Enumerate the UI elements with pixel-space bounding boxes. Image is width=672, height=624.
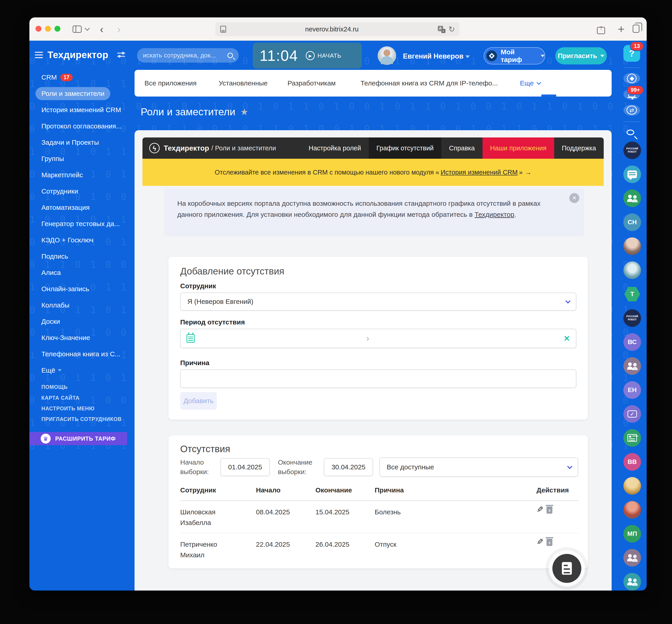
calendar-icon[interactable] xyxy=(186,334,195,343)
chat-avatar-russian-robot[interactable]: РУССКИЙ РОБОТ xyxy=(623,141,641,159)
forward-button[interactable]: › xyxy=(117,23,121,35)
chat-avatar-initials[interactable]: ВВ xyxy=(623,453,641,471)
filter-end-input[interactable]: 30.04.2025 xyxy=(324,458,373,476)
search-icon[interactable] xyxy=(626,130,634,135)
copilot-icon[interactable] xyxy=(623,73,640,84)
chat-avatar-group[interactable] xyxy=(623,189,641,207)
chat-avatar-photo[interactable] xyxy=(623,501,641,519)
reload-icon[interactable]: ↻ xyxy=(448,25,455,34)
clear-icon[interactable]: ✕ xyxy=(564,334,570,343)
crm-history-link[interactable]: История изменений CRM xyxy=(441,168,518,176)
tab-installed[interactable]: Установленные xyxy=(218,79,267,87)
edit-icon[interactable]: ✎ xyxy=(537,538,543,546)
portal-title[interactable]: Техдиректор xyxy=(48,50,108,60)
sidebar-item-crm[interactable]: CRM17 xyxy=(35,71,78,84)
filter-type-select[interactable]: Все доступные xyxy=(380,458,578,477)
app-nav-support[interactable]: Поддержка xyxy=(554,137,604,159)
tab-developers[interactable]: Разработчикам xyxy=(287,79,336,87)
feedback-fab-button[interactable] xyxy=(552,554,581,583)
period-range-input[interactable]: › ✕ xyxy=(180,329,576,348)
close-window-button[interactable] xyxy=(35,26,42,32)
sidebar-link-sitemap[interactable]: КАРТА САЙТА xyxy=(42,395,79,401)
app-nav-our-apps[interactable]: Наши приложения xyxy=(483,137,554,159)
sidebar-item-crm-history[interactable]: История изменений CRM xyxy=(35,103,127,116)
upgrade-plan-button[interactable]: ♛ РАСШИРИТЬ ТАРИФ xyxy=(29,432,127,445)
search-icon[interactable] xyxy=(228,53,233,58)
tab-all-apps[interactable]: Все приложения xyxy=(145,79,197,87)
sidebar-link-help[interactable]: ПОМОЩЬ xyxy=(42,384,68,390)
play-icon[interactable]: ▶ xyxy=(306,51,315,60)
sidebar-item-key-value[interactable]: Ключ-Значение xyxy=(35,331,96,344)
sidebar-item-more[interactable]: Ещё xyxy=(35,364,68,377)
minimize-window-button[interactable] xyxy=(45,26,51,32)
sidebar-item-marketplace[interactable]: Маркетплейс xyxy=(35,168,89,182)
user-avatar[interactable] xyxy=(378,46,396,65)
search-input[interactable]: искать сотрудника, док... xyxy=(137,48,239,62)
my-plan-button[interactable]: Мой тариф xyxy=(484,47,545,64)
sidebar-link-configure-menu[interactable]: НАСТРОИТЬ МЕНЮ xyxy=(42,406,95,412)
add-button[interactable]: Добавить xyxy=(180,392,217,410)
reader-view-icon[interactable] xyxy=(220,26,226,32)
sidebar-link-invite-employees[interactable]: ПРИГЛАСИТЬ СОТРУДНИКОВ xyxy=(42,416,122,422)
chat-avatar-tasks[interactable]: ✓ xyxy=(623,405,641,423)
menu-settings-icon[interactable] xyxy=(117,53,125,58)
sidebar-item-kedo[interactable]: КЭДО + Госключ xyxy=(35,234,99,246)
reason-input[interactable] xyxy=(180,369,576,388)
chat-avatar-group[interactable] xyxy=(623,357,641,375)
share-icon[interactable]: ↑ xyxy=(597,24,605,34)
sidebar-item-groups[interactable]: Группы xyxy=(35,152,70,165)
tab-more[interactable]: Еще xyxy=(520,79,540,87)
start-workday-label[interactable]: НАЧАТЬ xyxy=(317,52,341,59)
employee-select[interactable]: Я (Неверов Евгений) xyxy=(180,292,576,311)
sidebar-item-automation[interactable]: Автоматизация xyxy=(35,201,96,214)
browser-sidebar-icon[interactable] xyxy=(73,26,82,33)
back-button[interactable]: ‹ xyxy=(100,23,103,35)
user-name[interactable]: Евгений Неверов xyxy=(403,52,464,60)
invite-button[interactable]: Пригласить xyxy=(555,47,607,64)
translate-icon[interactable] xyxy=(438,26,445,32)
chat-avatar-hexagon[interactable]: Т xyxy=(623,285,641,303)
delete-icon[interactable] xyxy=(546,539,552,546)
menu-icon[interactable] xyxy=(35,52,43,58)
filter-start-input[interactable]: 01.04.2025 xyxy=(221,458,270,476)
sidebar-item-test-data-generator[interactable]: Генератор тестовых да... xyxy=(35,217,126,230)
chat-avatar-initials[interactable]: ЕН xyxy=(623,381,641,399)
chat-avatar-initials[interactable]: ВС xyxy=(623,333,641,351)
chat-avatar-initials[interactable]: СН xyxy=(623,213,641,231)
techdirector-link[interactable]: Техдиректор xyxy=(474,211,514,218)
edit-icon[interactable]: ✎ xyxy=(537,505,543,514)
sidebar-item-roles[interactable]: Роли и заместители xyxy=(35,87,110,100)
chat-avatar-photo[interactable] xyxy=(623,261,641,279)
chat-avatar-group[interactable] xyxy=(623,573,641,591)
user-menu-caret-icon[interactable] xyxy=(465,55,470,58)
messenger-icon[interactable]: ⇄ xyxy=(623,105,640,115)
sidebar-item-online-booking[interactable]: Онлайн-запись xyxy=(35,282,95,295)
tab-phonebook-app[interactable]: Телефонная книга из CRM для IP-телефо... xyxy=(360,79,498,87)
chat-avatar-news[interactable] xyxy=(623,429,641,447)
delete-icon[interactable] xyxy=(546,506,552,514)
sidebar-item-collabs[interactable]: Коллабы xyxy=(35,298,75,312)
sidebar-item-boards[interactable]: Доски xyxy=(35,315,66,328)
time-tracker-widget[interactable]: 11:04 ▶ НАЧАТЬ xyxy=(253,43,362,69)
sidebar-item-phonebook[interactable]: Телефонная книга из С... xyxy=(35,347,126,361)
sidebar-item-signature[interactable]: Подпись xyxy=(35,250,74,263)
sidebar-item-tasks-projects[interactable]: Задачи и Проекты xyxy=(35,136,105,149)
app-nav-absence-schedule[interactable]: График отсутствий xyxy=(369,137,441,159)
sidebar-item-approval-protocol[interactable]: Протокол согласования... xyxy=(35,120,128,133)
chevron-down-icon[interactable] xyxy=(85,26,90,31)
favorite-star-icon[interactable]: ★ xyxy=(240,107,249,117)
chat-avatar-photo[interactable] xyxy=(623,477,641,495)
url-text[interactable]: neverov.bitrix24.ru xyxy=(226,26,438,33)
chat-avatar-messages[interactable] xyxy=(623,165,641,183)
address-bar[interactable]: neverov.bitrix24.ru ↻ xyxy=(215,22,460,36)
sidebar-item-alisa[interactable]: Алиса xyxy=(35,266,67,279)
tab-overview-icon[interactable] xyxy=(632,25,640,33)
chat-avatar-russian-robot[interactable]: РУССКИЙ РОБОТ xyxy=(623,309,641,327)
app-nav-role-settings[interactable]: Настройка ролей xyxy=(301,137,369,159)
close-icon[interactable]: ✕ xyxy=(569,193,579,203)
notifications-bell-icon[interactable]: 99+ xyxy=(623,89,640,100)
chat-avatar-group[interactable] xyxy=(623,549,641,567)
chat-avatar-initials[interactable]: МП xyxy=(623,525,641,543)
new-tab-icon[interactable]: + xyxy=(618,22,624,36)
zoom-window-button[interactable] xyxy=(54,26,60,32)
